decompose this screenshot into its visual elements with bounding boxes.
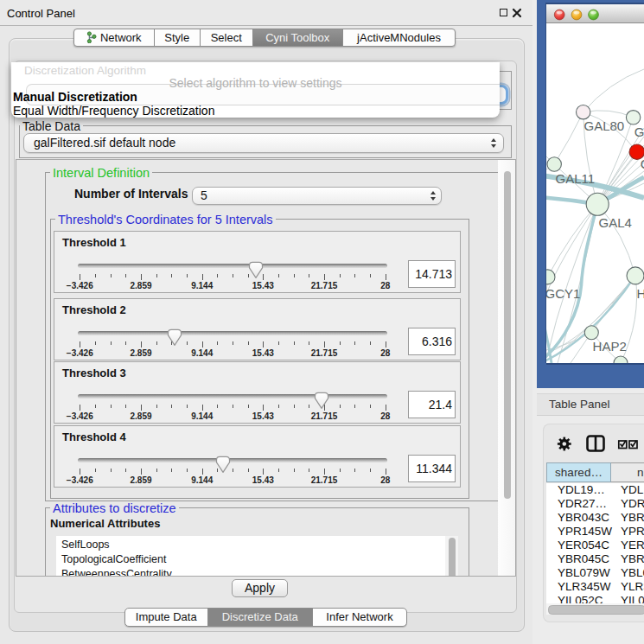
svg-text:GCY1: GCY1 — [546, 286, 580, 301]
svg-text:GAL11: GAL11 — [556, 171, 596, 186]
svg-text:GAL80: GAL80 — [584, 118, 625, 133]
svg-text:HIS: HIS — [637, 286, 644, 301]
svg-text:GAL7: GAL7 — [634, 124, 644, 139]
svg-text:CYC: CYC — [641, 156, 644, 171]
svg-text:HAP2: HAP2 — [593, 339, 627, 354]
svg-text:GAL4: GAL4 — [599, 215, 632, 230]
